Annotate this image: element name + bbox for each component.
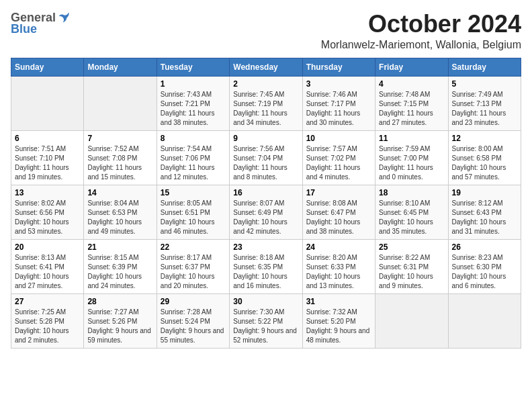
day-number: 5 bbox=[452, 79, 517, 89]
weekday-header-thursday: Thursday bbox=[302, 58, 375, 76]
sunrise-text: Sunrise: 7:59 AM bbox=[379, 144, 444, 154]
sunset-text: Sunset: 6:45 PM bbox=[379, 208, 444, 218]
day-number: 9 bbox=[233, 134, 298, 143]
sunset-text: Sunset: 5:26 PM bbox=[87, 317, 152, 326]
calendar-cell: 17Sunrise: 8:08 AMSunset: 6:47 PMDayligh… bbox=[302, 185, 375, 239]
day-number: 11 bbox=[379, 134, 444, 143]
day-number: 13 bbox=[15, 188, 80, 197]
calendar-cell: 20Sunrise: 8:13 AMSunset: 6:41 PMDayligh… bbox=[11, 239, 84, 293]
sunrise-text: Sunrise: 8:04 AM bbox=[87, 199, 152, 208]
sunrise-text: Sunrise: 8:10 AM bbox=[379, 199, 444, 208]
calendar-cell: 2Sunrise: 7:45 AMSunset: 7:19 PMDaylight… bbox=[230, 76, 302, 130]
calendar-cell: 5Sunrise: 7:49 AMSunset: 7:13 PMDaylight… bbox=[448, 76, 521, 130]
sunset-text: Sunset: 6:30 PM bbox=[452, 263, 517, 272]
month-title: October 2024 bbox=[321, 11, 521, 38]
calendar-cell: 31Sunrise: 7:32 AMSunset: 5:20 PMDayligh… bbox=[302, 293, 375, 348]
sunrise-text: Sunrise: 7:28 AM bbox=[161, 308, 226, 317]
day-number: 22 bbox=[161, 242, 226, 252]
daylight-text: Daylight: 10 hours and 24 minutes. bbox=[87, 272, 152, 291]
sunrise-text: Sunrise: 8:17 AM bbox=[161, 253, 226, 263]
day-info: Sunrise: 7:59 AMSunset: 7:00 PMDaylight:… bbox=[379, 144, 444, 182]
day-number: 25 bbox=[379, 242, 444, 252]
day-number: 24 bbox=[306, 242, 371, 252]
sunset-text: Sunset: 6:37 PM bbox=[161, 263, 226, 272]
sunset-text: Sunset: 6:35 PM bbox=[233, 263, 298, 272]
sunrise-text: Sunrise: 8:00 AM bbox=[452, 144, 517, 154]
sunset-text: Sunset: 6:31 PM bbox=[379, 263, 444, 272]
daylight-text: Daylight: 10 hours and 49 minutes. bbox=[87, 218, 152, 236]
sunset-text: Sunset: 7:19 PM bbox=[233, 99, 298, 109]
weekday-header-sunday: Sunday bbox=[11, 58, 84, 76]
daylight-text: Daylight: 10 hours and 9 minutes. bbox=[379, 272, 444, 291]
day-info: Sunrise: 8:04 AMSunset: 6:53 PMDaylight:… bbox=[87, 199, 152, 236]
sunset-text: Sunset: 5:24 PM bbox=[161, 317, 226, 326]
day-info: Sunrise: 8:02 AMSunset: 6:56 PMDaylight:… bbox=[15, 199, 80, 236]
sunset-text: Sunset: 7:21 PM bbox=[161, 99, 226, 109]
daylight-text: Daylight: 11 hours and 4 minutes. bbox=[306, 163, 371, 182]
daylight-text: Daylight: 10 hours and 20 minutes. bbox=[161, 272, 226, 291]
daylight-text: Daylight: 9 hours and 52 minutes. bbox=[233, 326, 298, 345]
sunrise-text: Sunrise: 7:43 AM bbox=[161, 90, 226, 99]
sunrise-text: Sunrise: 7:25 AM bbox=[15, 308, 80, 317]
day-number: 17 bbox=[306, 188, 371, 197]
logo: General Blue bbox=[11, 11, 71, 36]
sunrise-text: Sunrise: 7:57 AM bbox=[306, 144, 371, 154]
day-info: Sunrise: 8:23 AMSunset: 6:30 PMDaylight:… bbox=[452, 253, 517, 291]
calendar-cell: 18Sunrise: 8:10 AMSunset: 6:45 PMDayligh… bbox=[375, 185, 448, 239]
daylight-text: Daylight: 11 hours and 8 minutes. bbox=[233, 163, 298, 182]
calendar-week-2: 6Sunrise: 7:51 AMSunset: 7:10 PMDaylight… bbox=[11, 130, 521, 185]
weekday-header-row: SundayMondayTuesdayWednesdayThursdayFrid… bbox=[11, 58, 521, 76]
day-info: Sunrise: 7:30 AMSunset: 5:22 PMDaylight:… bbox=[233, 308, 298, 345]
sunset-text: Sunset: 6:56 PM bbox=[15, 208, 80, 218]
day-number: 28 bbox=[87, 297, 152, 306]
day-info: Sunrise: 8:08 AMSunset: 6:47 PMDaylight:… bbox=[306, 199, 371, 236]
daylight-text: Daylight: 11 hours and 12 minutes. bbox=[161, 163, 226, 182]
day-info: Sunrise: 8:05 AMSunset: 6:51 PMDaylight:… bbox=[161, 199, 226, 236]
sunset-text: Sunset: 6:58 PM bbox=[452, 154, 517, 163]
calendar-table: SundayMondayTuesdayWednesdayThursdayFrid… bbox=[11, 58, 521, 349]
daylight-text: Daylight: 10 hours and 46 minutes. bbox=[161, 218, 226, 236]
day-number: 1 bbox=[161, 79, 226, 89]
calendar-cell: 28Sunrise: 7:27 AMSunset: 5:26 PMDayligh… bbox=[84, 293, 157, 348]
daylight-text: Daylight: 11 hours and 27 minutes. bbox=[379, 109, 444, 128]
daylight-text: Daylight: 10 hours and 35 minutes. bbox=[379, 218, 444, 236]
weekday-header-saturday: Saturday bbox=[448, 58, 521, 76]
calendar-week-1: 1Sunrise: 7:43 AMSunset: 7:21 PMDaylight… bbox=[11, 76, 521, 130]
calendar-cell: 15Sunrise: 8:05 AMSunset: 6:51 PMDayligh… bbox=[157, 185, 229, 239]
calendar-cell: 3Sunrise: 7:46 AMSunset: 7:17 PMDaylight… bbox=[302, 76, 375, 130]
day-info: Sunrise: 8:00 AMSunset: 6:58 PMDaylight:… bbox=[452, 144, 517, 182]
daylight-text: Daylight: 10 hours and 31 minutes. bbox=[452, 218, 517, 236]
sunset-text: Sunset: 6:41 PM bbox=[15, 263, 80, 272]
day-number: 30 bbox=[233, 297, 298, 306]
sunrise-text: Sunrise: 8:12 AM bbox=[452, 199, 517, 208]
day-info: Sunrise: 7:28 AMSunset: 5:24 PMDaylight:… bbox=[161, 308, 226, 345]
day-info: Sunrise: 8:22 AMSunset: 6:31 PMDaylight:… bbox=[379, 253, 444, 291]
day-info: Sunrise: 8:13 AMSunset: 6:41 PMDaylight:… bbox=[15, 253, 80, 291]
day-number: 12 bbox=[452, 134, 517, 143]
daylight-text: Daylight: 11 hours and 19 minutes. bbox=[15, 163, 80, 182]
calendar-cell: 23Sunrise: 8:18 AMSunset: 6:35 PMDayligh… bbox=[230, 239, 302, 293]
sunrise-text: Sunrise: 8:07 AM bbox=[233, 199, 298, 208]
daylight-text: Daylight: 9 hours and 48 minutes. bbox=[306, 326, 371, 345]
sunrise-text: Sunrise: 7:56 AM bbox=[233, 144, 298, 154]
sunrise-text: Sunrise: 7:46 AM bbox=[306, 90, 371, 99]
day-info: Sunrise: 8:15 AMSunset: 6:39 PMDaylight:… bbox=[87, 253, 152, 291]
calendar-cell: 30Sunrise: 7:30 AMSunset: 5:22 PMDayligh… bbox=[230, 293, 302, 348]
calendar-cell: 22Sunrise: 8:17 AMSunset: 6:37 PMDayligh… bbox=[157, 239, 229, 293]
header: General Blue October 2024 Morlanwelz-Mar… bbox=[11, 11, 521, 51]
day-info: Sunrise: 7:52 AMSunset: 7:08 PMDaylight:… bbox=[87, 144, 152, 182]
day-info: Sunrise: 7:57 AMSunset: 7:02 PMDaylight:… bbox=[306, 144, 371, 182]
daylight-text: Daylight: 11 hours and 38 minutes. bbox=[161, 109, 226, 128]
day-number: 31 bbox=[306, 297, 371, 306]
calendar-cell: 27Sunrise: 7:25 AMSunset: 5:28 PMDayligh… bbox=[11, 293, 84, 348]
sunset-text: Sunset: 6:47 PM bbox=[306, 208, 371, 218]
day-info: Sunrise: 7:45 AMSunset: 7:19 PMDaylight:… bbox=[233, 90, 298, 128]
day-number: 10 bbox=[306, 134, 371, 143]
weekday-header-friday: Friday bbox=[375, 58, 448, 76]
calendar-cell bbox=[84, 76, 157, 130]
daylight-text: Daylight: 9 hours and 55 minutes. bbox=[161, 326, 226, 345]
sunset-text: Sunset: 7:15 PM bbox=[379, 99, 444, 109]
day-number: 2 bbox=[233, 79, 298, 89]
daylight-text: Daylight: 10 hours and 2 minutes. bbox=[15, 326, 80, 345]
sunrise-text: Sunrise: 7:45 AM bbox=[233, 90, 298, 99]
